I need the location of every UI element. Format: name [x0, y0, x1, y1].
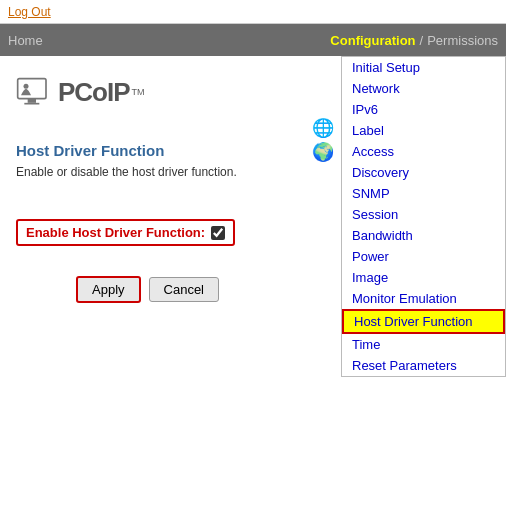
globe-icon-1: 🌐 [312, 117, 334, 139]
menu-item-session[interactable]: Session [342, 204, 505, 225]
apply-button[interactable]: Apply [76, 276, 141, 303]
menu-item-host-driver-function[interactable]: Host Driver Function [342, 309, 505, 334]
menu-items-container: Initial SetupNetworkIPv6LabelAccessDisco… [342, 57, 505, 376]
menu-item-access[interactable]: Access [342, 141, 505, 162]
nav-sep: / [420, 33, 424, 48]
pcoip-tm: TM [132, 87, 145, 97]
svg-rect-2 [24, 103, 39, 105]
menu-item-ipv6[interactable]: IPv6 [342, 99, 505, 120]
globe-icon-2: 🌍 [312, 141, 334, 163]
dropdown-menu: 🌐 🌍 Initial SetupNetworkIPv6LabelAccessD… [341, 56, 506, 377]
cancel-button[interactable]: Cancel [149, 277, 219, 302]
enable-host-driver-checkbox[interactable] [211, 226, 225, 240]
svg-rect-0 [18, 79, 46, 99]
nav-home[interactable]: Home [8, 33, 43, 48]
menu-item-label[interactable]: Label [342, 120, 505, 141]
enable-host-driver-label-wrap: Enable Host Driver Function: [16, 219, 235, 246]
nav-icons-area: 🌐 🌍 [312, 117, 334, 163]
menu-item-monitor-emulation[interactable]: Monitor Emulation [342, 288, 505, 309]
pcoip-logo-text: PCoIP [58, 77, 130, 108]
menu-item-bandwidth[interactable]: Bandwidth [342, 225, 505, 246]
svg-rect-1 [28, 99, 36, 103]
nav-bar: Home Configuration / Permissions [0, 24, 506, 56]
menu-item-image[interactable]: Image [342, 267, 505, 288]
enable-host-driver-label: Enable Host Driver Function: [26, 225, 205, 240]
menu-item-reset-parameters[interactable]: Reset Parameters [342, 355, 505, 376]
nav-right: Configuration / Permissions [330, 33, 498, 48]
menu-item-network[interactable]: Network [342, 78, 505, 99]
menu-item-snmp[interactable]: SNMP [342, 183, 505, 204]
menu-item-time[interactable]: Time [342, 334, 505, 355]
nav-configuration[interactable]: Configuration [330, 33, 415, 48]
nav-permissions[interactable]: Permissions [427, 33, 498, 48]
pcoip-logo-icon [16, 72, 56, 112]
logout-link[interactable]: Log Out [8, 5, 51, 19]
main-area: PCoIP TM Host Driver Function Enable or … [0, 56, 506, 524]
menu-item-initial-setup[interactable]: Initial Setup [342, 57, 505, 78]
top-bar: Log Out [0, 0, 506, 24]
menu-item-discovery[interactable]: Discovery [342, 162, 505, 183]
menu-item-power[interactable]: Power [342, 246, 505, 267]
svg-point-3 [24, 84, 29, 89]
